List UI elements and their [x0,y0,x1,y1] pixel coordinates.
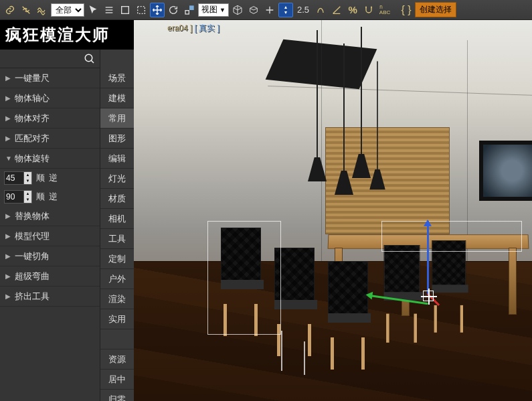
tool-list: 一键量尺 物体轴心 物体对齐 匹配对齐 物体旋转 ▲▼ 顺 逆 ▲▼ [0,50,100,401]
table-leg [509,248,517,315]
tool-bend[interactable]: 超级弯曲 [0,266,100,287]
svg-rect-4 [122,6,129,13]
tool-match-align[interactable]: 匹配对齐 [0,129,100,149]
brand-title: 疯狂模渲大师 [0,20,134,50]
view-dropdown[interactable]: 视图▼ [198,3,229,17]
svg-rect-6 [185,10,189,13]
angle-snap-icon[interactable] [329,3,344,17]
dining-chair [328,261,375,341]
snap-vertex-icon[interactable] [313,3,328,17]
rotate-icon[interactable] [166,3,181,17]
pendant-lamp [352,154,371,181]
cat-blank [100,329,134,349]
viewport-3d[interactable]: era04 ] [ 真实 ] [134,20,532,401]
selection-wireframe [207,221,281,335]
guide-line [304,341,305,375]
cat-edit[interactable]: 编辑 [100,149,134,169]
isometric-icon[interactable] [246,3,261,17]
search-row[interactable] [0,50,100,68]
tool-rotate[interactable]: 物体旋转 [0,149,100,169]
selection-wireframe [381,221,522,252]
cat-scene[interactable]: 场景 [100,68,134,88]
cat-resource[interactable]: 资源 [100,349,134,370]
abc-snap-icon[interactable]: กABC [377,3,392,17]
cat-material[interactable]: 材质 [100,189,134,209]
rotate-row-1: ▲▼ 顺 逆 [0,169,100,187]
wave-icon[interactable] [35,3,50,17]
rotate-cw-1[interactable]: 顺 [36,172,45,184]
magnet-icon[interactable] [361,3,376,17]
dining-chair [384,245,426,317]
pendant-lamp [369,169,385,192]
cat-utility[interactable]: 实用 [100,309,134,329]
move-gizmo-icon[interactable] [150,3,165,17]
tool-align[interactable]: 物体对齐 [0,108,100,129]
svg-point-10 [85,54,92,62]
svg-line-11 [91,60,94,63]
snap-toggle-icon[interactable] [278,3,293,17]
viewport-label: era04 ] [ 真实 ] [167,23,219,34]
rotate-row-2: ▲▼ 顺 逆 [0,187,100,206]
cat-model[interactable]: 建模 [100,88,134,108]
rotate-cw-2[interactable]: 顺 [36,191,45,203]
tool-replace[interactable]: 替换物体 [0,206,100,226]
pendant-lamp [308,157,327,184]
rotate-ccw-1[interactable]: 逆 [49,172,58,184]
tool-chamfer[interactable]: 一键切角 [0,246,100,266]
cat-zero[interactable]: 归零 [100,390,134,401]
cat-tools[interactable]: 工具 [100,229,134,249]
marquee-window-icon[interactable] [134,3,149,17]
pendant-lamp [335,171,353,197]
ceiling-edge [268,86,532,105]
select-list-icon[interactable] [102,3,116,17]
dining-chair [274,248,321,328]
cat-shape[interactable]: 图形 [100,129,134,149]
search-icon [84,53,96,65]
svg-rect-5 [138,6,145,13]
rotate-value-1[interactable]: ▲▼ [4,171,32,185]
tool-extrude[interactable]: 挤出工具 [0,287,100,307]
cat-custom[interactable]: 定制 [100,249,134,269]
svg-rect-7 [190,6,193,9]
rotate-value-2[interactable]: ▲▼ [4,190,32,204]
scale-icon[interactable] [182,3,197,17]
tool-pivot[interactable]: 物体轴心 [0,88,100,108]
category-list: - 场景 建模 常用 图形 编辑 灯光 材质 相机 工具 定制 户外 渲染 实用… [100,50,134,401]
unlink-icon[interactable] [19,3,33,17]
cat-outdoor[interactable]: 户外 [100,269,134,289]
tool-ruler[interactable]: 一键量尺 [0,68,100,88]
marquee-rect-icon[interactable] [118,3,132,17]
cat-render[interactable]: 渲染 [100,289,134,309]
top-toolbar: 全部 视图▼ 2.5 % กABC [0,0,532,20]
tool-proxy[interactable]: 模型代理 [0,226,100,246]
cat-center[interactable]: 居中 [100,370,134,390]
link-chain-icon[interactable] [3,3,17,17]
guide-line [281,331,282,371]
left-panel: 疯狂模渲大师 一键量尺 物体轴心 物体对齐 匹配对齐 物体旋转 ▲▼ 顺 逆 [0,20,134,401]
filter-dropdown[interactable]: 全部 [51,3,84,17]
create-selection-button[interactable]: 创建选择 [415,2,456,17]
snap-move-icon[interactable] [262,3,277,17]
bracket-icon[interactable]: { } [399,3,414,17]
percent-snap-icon[interactable]: % [345,3,360,17]
cat-light[interactable]: 灯光 [100,169,134,189]
rotate-ccw-2[interactable]: 逆 [49,191,58,203]
wall-picture [479,141,532,201]
cube-icon[interactable] [230,3,245,17]
cat-common[interactable]: 常用 [100,108,134,129]
cat-camera[interactable]: 相机 [100,209,134,229]
cursor-arrow-icon[interactable] [86,3,100,17]
zoom-value: 2.5 [294,5,312,15]
